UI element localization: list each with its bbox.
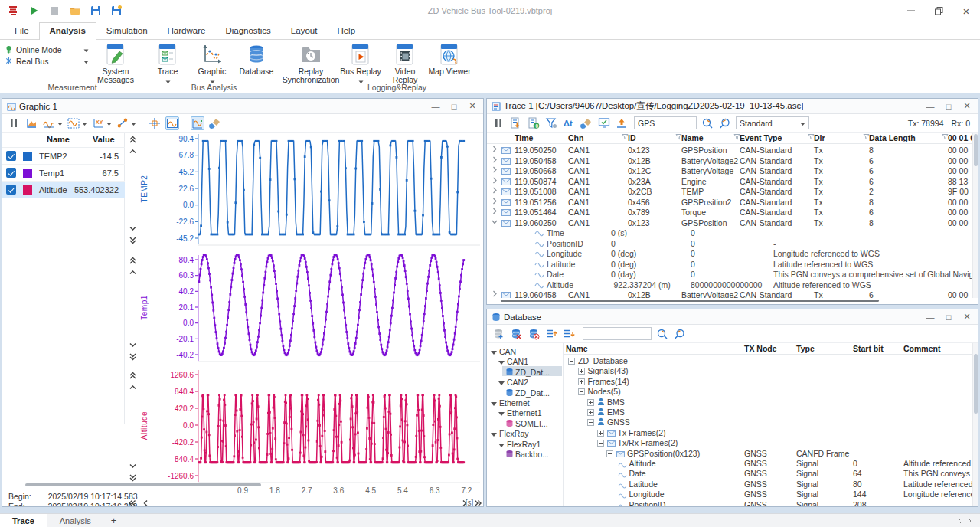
filter-funnel-icon[interactable]: [544, 116, 558, 130]
visibility-checkbox[interactable]: [6, 151, 16, 161]
chart-plot-altitude[interactable]: 1260.6840.4420.20.0-420.2-840.4-1260.6: [155, 368, 480, 485]
close-icon[interactable]: ✕: [463, 100, 482, 113]
brush-icon[interactable]: [208, 116, 222, 130]
toggle-real-bus[interactable]: Real Bus: [5, 55, 93, 67]
channel-tree-item-ethernet1[interactable]: Ethernet1: [487, 408, 563, 418]
collapse-all-icon[interactable]: [544, 327, 558, 341]
chevron-right-icon[interactable]: [492, 197, 498, 206]
minimize-icon[interactable]: —: [921, 100, 939, 113]
ribbon-button-replay-synchronization[interactable]: Replay Synchronization: [283, 40, 338, 84]
trace-signal-row[interactable]: Time0 (s)0-: [487, 227, 972, 238]
fixed-chart-icon[interactable]: [24, 116, 38, 130]
column-header-00-01-0[interactable]: 00 01 0: [948, 133, 972, 142]
database-tree-row[interactable]: Frames(14): [564, 376, 972, 387]
channel-tree-item-can[interactable]: CAN: [487, 346, 563, 357]
collapse-icon[interactable]: [568, 357, 575, 366]
double-chevron-down-icon[interactable]: [126, 473, 139, 483]
double-chevron-up-icon[interactable]: [126, 134, 139, 145]
trace-row[interactable]: 119.060458CAN10x12BBatteryVoltage2CAN-St…: [487, 290, 972, 298]
column-header-name[interactable]: Name: [566, 344, 588, 353]
trace-row[interactable]: 119.051008CAN10x2CBTEMPCAN-StandardTx29F…: [487, 186, 972, 197]
legend-row-temp1[interactable]: Temp167.5: [2, 165, 125, 182]
trace-hscrollbar[interactable]: [501, 300, 879, 302]
trace-signal-row[interactable]: Longitude0 (deg)0Longitude referenced to…: [487, 248, 972, 259]
chevron-right-icon[interactable]: [492, 155, 498, 165]
wave-window-icon[interactable]: [165, 116, 179, 130]
database-tree-row[interactable]: GPSPosition(0x123)GNSSCANFD Frame: [564, 448, 972, 459]
minimize-button[interactable]: [897, 1, 925, 21]
measure-icon[interactable]: [116, 116, 129, 130]
database-tree-row[interactable]: EMS: [564, 407, 972, 417]
close-icon[interactable]: ✕: [958, 310, 976, 323]
column-header-time[interactable]: Time: [514, 133, 533, 142]
visibility-checkbox[interactable]: [6, 185, 16, 195]
trace-row[interactable]: 119.050458CAN10x12BBatteryVoltage2CAN-St…: [487, 155, 972, 166]
collapse-icon[interactable]: [587, 418, 594, 427]
trace-signal-row[interactable]: Date0 (day)0This PGN conveys a comprehen…: [487, 269, 972, 280]
channel-tree-item-flexray1[interactable]: FlexRay1: [487, 439, 563, 450]
channel-tree-item-ethernet[interactable]: Ethernet: [487, 398, 563, 408]
ribbon-button-graphic[interactable]: Graphic: [190, 40, 234, 86]
legend-row-temp2[interactable]: TEMP2-14.5: [2, 148, 125, 165]
split-chart-icon[interactable]: [67, 116, 80, 130]
minimize-icon[interactable]: —: [426, 100, 445, 113]
collapse-icon[interactable]: [597, 439, 604, 448]
menu-tab-simulation[interactable]: Simulation: [96, 23, 158, 39]
chevron-down-icon[interactable]: [131, 119, 136, 128]
db-remove-icon[interactable]: [509, 327, 523, 341]
trace-row[interactable]: 119.060250CAN10x123GPSPositionCAN-Standa…: [487, 218, 972, 228]
maximize-icon[interactable]: □: [939, 310, 958, 323]
legend-hscrollbar[interactable]: [25, 483, 261, 486]
tree-expanded-arrow-icon[interactable]: [498, 440, 505, 450]
chevron-left-icon[interactable]: [957, 516, 962, 525]
curve-chart-icon[interactable]: [42, 116, 56, 130]
wave-fit-icon[interactable]: [191, 116, 204, 130]
collapse-icon[interactable]: [578, 388, 585, 397]
menu-tab-help[interactable]: Help: [327, 23, 365, 39]
trace-panel-titlebar[interactable]: Trace 1 [C:/Users/94067/Desktop/宣传/Loggi…: [487, 99, 978, 114]
trace-vscrollbar[interactable]: [972, 133, 978, 298]
column-header-data-length[interactable]: Data Length: [869, 133, 916, 142]
restore-button[interactable]: [925, 1, 952, 21]
workspace-tab-trace[interactable]: Trace: [0, 514, 47, 527]
double-chevron-right-icon[interactable]: [474, 499, 482, 507]
db-add-icon[interactable]: [492, 327, 505, 341]
database-tree-row[interactable]: ZD_Database: [564, 355, 972, 366]
menu-tab-hardware[interactable]: Hardware: [158, 23, 216, 39]
database-tree-row[interactable]: AltitudeGNSSSignal0Altitude referenced t…: [564, 458, 972, 469]
database-tree-row[interactable]: BMS: [564, 397, 972, 408]
database-tree-row[interactable]: Tx/Rx Frames(2): [564, 437, 972, 448]
expand-icon[interactable]: [587, 408, 594, 417]
database-vscrollbar[interactable]: [972, 343, 978, 506]
column-header-event-type[interactable]: Event Type: [740, 133, 782, 142]
add-workspace-tab-button[interactable]: +: [103, 515, 125, 526]
chevron-right-icon[interactable]: [492, 186, 498, 195]
chart-plot-temp1[interactable]: 80.460.340.220.10.0-20.1-40.2: [155, 254, 480, 364]
chevron-down-icon[interactable]: [126, 339, 139, 350]
column-header-type[interactable]: Type: [796, 344, 815, 353]
close-button[interactable]: ×: [952, 1, 980, 21]
chevron-right-icon[interactable]: [492, 145, 498, 154]
database-tree-row[interactable]: GNSS: [564, 417, 972, 427]
chevron-down-icon[interactable]: [82, 119, 87, 128]
chevron-up-icon[interactable]: [126, 146, 139, 157]
chevron-right-icon[interactable]: [492, 290, 498, 298]
double-chevron-down-icon[interactable]: [126, 352, 139, 362]
upload-icon[interactable]: [615, 116, 629, 130]
chevron-down-icon[interactable]: [83, 57, 89, 66]
trace-signal-row[interactable]: Latitude0 (deg)0Latitude referenced to W…: [487, 259, 972, 270]
pause-icon[interactable]: [492, 116, 505, 130]
minimize-icon[interactable]: —: [921, 310, 939, 323]
brush-icon[interactable]: [580, 116, 593, 130]
chevron-down-icon[interactable]: [126, 460, 139, 471]
monitor-check-icon[interactable]: [597, 116, 611, 130]
ribbon-button-map-viewer[interactable]: Map Viewer: [427, 40, 472, 76]
database-tree-row[interactable]: PositionIDGNSSSignal208: [564, 499, 972, 506]
column-header-chn[interactable]: Chn: [568, 133, 583, 142]
trace-row[interactable]: 119.050250CAN10x123GPSPositionCAN-Standa…: [487, 145, 972, 155]
tree-expanded-arrow-icon[interactable]: [498, 409, 505, 418]
chevron-up-icon[interactable]: [126, 267, 139, 278]
double-chevron-up-icon[interactable]: [126, 255, 139, 266]
database-tree-row[interactable]: Tx Frames(2): [564, 427, 972, 438]
expand-icon[interactable]: [597, 429, 604, 438]
